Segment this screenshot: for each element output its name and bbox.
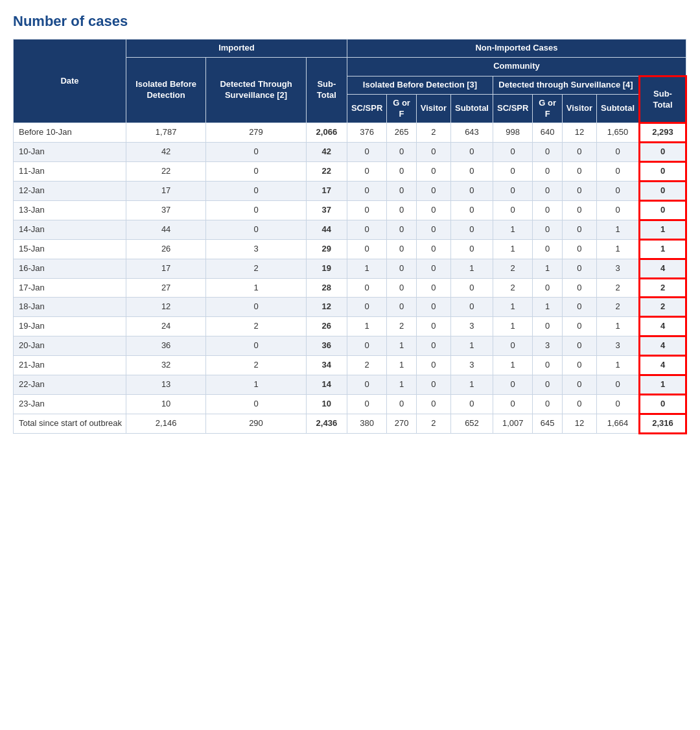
data-cell: 0: [562, 182, 596, 201]
data-cell: 0: [347, 336, 386, 356]
data-cell: 0: [416, 298, 450, 317]
date-cell: 22-Jan: [14, 375, 126, 395]
data-cell: 0: [450, 162, 493, 182]
data-cell: 12: [306, 298, 347, 317]
data-cell: 0: [533, 143, 562, 162]
table-row: 19-Jan24226120310014: [14, 317, 686, 336]
data-cell: 0: [562, 375, 596, 395]
data-cell: 44: [126, 220, 205, 239]
date-cell: 13-Jan: [14, 201, 126, 220]
g-or-f-iso-header: G or F: [387, 94, 416, 123]
data-cell: 3: [597, 259, 640, 278]
data-cell: 17: [126, 259, 205, 278]
data-cell: 0: [416, 317, 450, 336]
data-cell: 2: [493, 278, 532, 298]
data-cell: 0: [387, 259, 416, 278]
data-cell: 36: [126, 336, 205, 356]
data-cell: 1: [640, 239, 686, 259]
data-cell: 2,066: [306, 123, 347, 143]
data-cell: 0: [347, 375, 386, 395]
date-cell: 10-Jan: [14, 143, 126, 162]
data-cell: 1: [387, 336, 416, 356]
visitor-iso-header: Visitor: [416, 94, 450, 123]
data-cell: 0: [416, 201, 450, 220]
g-or-f-det-header: G or F: [533, 94, 562, 123]
data-cell: 0: [416, 336, 450, 356]
data-cell: 0: [416, 239, 450, 259]
data-cell: 0: [597, 143, 640, 162]
data-cell: 0: [640, 143, 686, 162]
data-cell: 27: [126, 278, 205, 298]
data-cell: 279: [206, 123, 307, 143]
data-cell: 0: [416, 220, 450, 239]
data-cell: 0: [562, 356, 596, 375]
data-cell: 0: [416, 143, 450, 162]
table-row: 15-Jan26329000010011: [14, 239, 686, 259]
data-cell: 2: [416, 123, 450, 143]
data-cell: 0: [206, 162, 307, 182]
data-cell: 0: [387, 201, 416, 220]
table-row: 21-Jan32234210310014: [14, 356, 686, 375]
total-data-cell: 2,436: [306, 414, 347, 433]
data-cell: 1: [493, 317, 532, 336]
table-row: 11-Jan22022000000000: [14, 162, 686, 182]
date-cell: 16-Jan: [14, 259, 126, 278]
data-cell: 643: [450, 123, 493, 143]
data-cell: 42: [306, 143, 347, 162]
data-cell: 0: [416, 182, 450, 201]
data-cell: 0: [387, 220, 416, 239]
data-cell: 3: [597, 336, 640, 356]
data-cell: 4: [640, 356, 686, 375]
subtotal-det-header: Subtotal: [597, 94, 640, 123]
date-header: Date: [14, 40, 126, 123]
data-cell: 0: [562, 143, 596, 162]
total-data-cell: 652: [450, 414, 493, 433]
data-cell: 2: [206, 356, 307, 375]
sc-spr-iso-header: SC/SPR: [347, 94, 386, 123]
data-cell: 0: [416, 394, 450, 414]
data-cell: 1: [493, 356, 532, 375]
date-cell: 19-Jan: [14, 317, 126, 336]
data-cell: 1: [597, 220, 640, 239]
page-title: Number of cases: [13, 13, 687, 30]
data-cell: 0: [533, 220, 562, 239]
date-cell: 18-Jan: [14, 298, 126, 317]
data-cell: 4: [640, 336, 686, 356]
data-cell: 1: [450, 375, 493, 395]
data-cell: 0: [347, 220, 386, 239]
data-cell: 0: [533, 317, 562, 336]
data-cell: 1: [597, 356, 640, 375]
data-cell: 0: [450, 298, 493, 317]
data-cell: 0: [533, 375, 562, 395]
community-header: Community: [347, 57, 686, 76]
data-cell: 13: [126, 375, 205, 395]
data-cell: 10: [126, 394, 205, 414]
data-cell: 0: [533, 278, 562, 298]
date-cell: 23-Jan: [14, 394, 126, 414]
data-cell: 0: [416, 356, 450, 375]
data-cell: 2: [597, 278, 640, 298]
date-cell: Before 10-Jan: [14, 123, 126, 143]
data-cell: 37: [126, 201, 205, 220]
data-cell: 1: [533, 298, 562, 317]
data-cell: 0: [347, 162, 386, 182]
data-cell: 0: [387, 298, 416, 317]
data-cell: 0: [206, 201, 307, 220]
data-cell: 1: [347, 259, 386, 278]
data-cell: 0: [493, 182, 532, 201]
data-cell: 2: [206, 259, 307, 278]
total-data-cell: 270: [387, 414, 416, 433]
data-cell: 0: [416, 278, 450, 298]
data-cell: 0: [640, 182, 686, 201]
data-cell: 1: [450, 336, 493, 356]
data-cell: 4: [640, 259, 686, 278]
data-cell: 1: [387, 356, 416, 375]
table-row: 13-Jan37037000000000: [14, 201, 686, 220]
data-cell: 0: [387, 182, 416, 201]
detected-through-surveillance-header: Detected through Surveillance [4]: [493, 76, 639, 94]
data-cell: 34: [306, 356, 347, 375]
data-cell: 1,787: [126, 123, 205, 143]
table-row: 18-Jan12012000011022: [14, 298, 686, 317]
data-cell: 0: [206, 336, 307, 356]
data-cell: 0: [206, 298, 307, 317]
